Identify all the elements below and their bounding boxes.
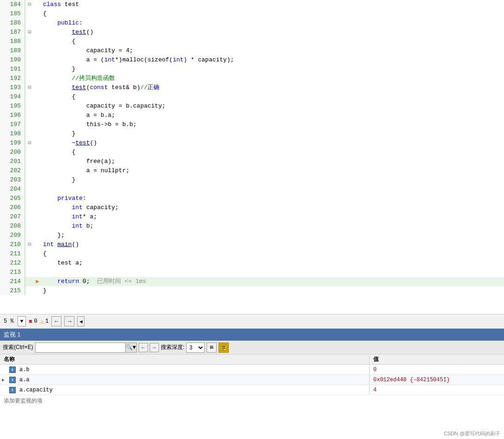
line-number-205: 205 (0, 194, 25, 203)
line-content-215: } (41, 286, 504, 295)
line-number-189: 189 (0, 46, 25, 55)
code-line-190: 190 a = (int*)malloc(sizeof(int) * capac… (0, 55, 504, 65)
line-number-199: 199 (0, 138, 25, 148)
line-number-204: 204 (0, 185, 25, 194)
code-line-188: 188 { (0, 37, 504, 46)
code-line-186: 186 public: (0, 18, 504, 28)
line-content-210: int main() (41, 240, 504, 249)
search-input[interactable] (36, 343, 125, 352)
svg-rect-3 (222, 349, 224, 350)
line-gutter-199[interactable]: ⊟ (25, 138, 34, 148)
code-line-212: 212 test a; (0, 259, 504, 268)
search-label: 搜索(Ctrl+E) (3, 343, 33, 351)
code-line-213: 213 (0, 268, 504, 277)
line-content-185: { (41, 9, 504, 18)
code-line-214: 214▶ return 0; 已用时间 <= 1ms (0, 277, 504, 286)
line-number-215: 215 (0, 286, 25, 295)
search-submit-btn[interactable]: 🔍▼ (125, 343, 136, 352)
line-content-191: } (41, 65, 504, 74)
line-content-214: return 0; 已用时间 <= 1ms (41, 277, 504, 286)
line-content-197: this->b = b.b; (41, 120, 504, 129)
error-icon: ✖ (29, 318, 32, 325)
code-line-187: 187⊟ test() (0, 28, 504, 37)
line-content-196: a = b.a; (41, 111, 504, 120)
code-line-204: 204 (0, 185, 504, 194)
code-line-215: 215} (0, 286, 504, 295)
watch-panel: 监视 1 搜索(Ctrl+E) 🔍▼ ← → 搜索深度: 3 1 2 4 5 ⊞ (0, 329, 504, 439)
watch-table: 名称 值 ia.b0▶ia.a0x012ed448 {-842150451}ia… (0, 355, 504, 439)
line-gutter-187[interactable]: ⊟ (25, 28, 34, 37)
line-content-192: //拷贝构造函数 (41, 74, 504, 83)
watch-row-value-0: 0 (370, 365, 504, 374)
watch-row-1[interactable]: ▶ia.a0x012ed448 {-842150451} (0, 375, 504, 385)
line-number-210: 210 (0, 240, 25, 249)
highlight-icon-btn[interactable] (219, 343, 229, 353)
line-content-205: private: (41, 194, 504, 203)
line-gutter-184[interactable]: ⊟ (25, 0, 34, 9)
code-line-193: 193⊟ test(const test& b)//正确 (0, 83, 504, 92)
code-line-209: 209 }; (0, 231, 504, 240)
search-input-container[interactable]: 🔍▼ (35, 343, 137, 353)
expand-icon-1[interactable]: ▶ (2, 377, 7, 383)
code-line-200: 200 { (0, 148, 504, 157)
line-number-209: 209 (0, 231, 25, 240)
watch-row-value-2: 4 (370, 385, 504, 395)
line-number-207: 207 (0, 212, 25, 222)
line-number-211: 211 (0, 249, 25, 259)
depth-select[interactable]: 3 1 2 4 5 (186, 343, 205, 353)
code-line-205: 205 private: (0, 194, 504, 203)
watch-row-2[interactable]: ia.capacity4 (0, 385, 504, 395)
code-editor: 184⊟class test185{186 public:187⊟ test()… (0, 0, 504, 314)
watch-row-name-text-0: a.b (19, 367, 30, 373)
line-number-191: 191 (0, 65, 25, 74)
warning-count: ⚠ 1 (40, 318, 49, 325)
filter-icon-btn[interactable]: ⊞ (206, 343, 217, 353)
line-arrow-214: ▶ (34, 277, 41, 286)
watch-panel-title: 监视 1 (4, 331, 21, 339)
nav-chevron-btn[interactable]: ◀ (77, 316, 85, 326)
line-number-202: 202 (0, 166, 25, 175)
code-line-195: 195 capacity = b.capacity; (0, 102, 504, 111)
nav-forward-btn[interactable]: → (64, 316, 74, 326)
watch-panel-header: 监视 1 (0, 329, 504, 341)
zoom-dropdown-btn[interactable]: ▼ (18, 316, 26, 326)
line-content-200: { (41, 148, 504, 157)
nav-back-btn[interactable]: ← (51, 316, 61, 326)
toolbar: 5 % ▼ ✖ 0 ⚠ 1 ← → ◀ (0, 314, 504, 329)
line-number-214: 214 (0, 277, 25, 286)
search-prev-btn[interactable]: ← (139, 343, 148, 352)
code-line-210: 210⊟int main() (0, 240, 504, 249)
line-number-206: 206 (0, 203, 25, 212)
col-name-header: 名称 (0, 355, 370, 363)
line-gutter-193[interactable]: ⊟ (25, 83, 34, 92)
line-number-198: 198 (0, 129, 25, 138)
watch-row-0[interactable]: ia.b0 (0, 365, 504, 375)
line-content-207: int* a; (41, 212, 504, 222)
line-number-187: 187 (0, 28, 25, 37)
line-content-199: ~test() (41, 138, 504, 148)
line-number-185: 185 (0, 9, 25, 18)
line-number-203: 203 (0, 175, 25, 185)
watch-row-name-1: ▶ia.a (0, 375, 370, 385)
line-content-189: capacity = 4; (41, 46, 504, 55)
line-number-197: 197 (0, 120, 25, 129)
line-number-213: 213 (0, 268, 25, 277)
line-number-212: 212 (0, 259, 25, 268)
watch-row-name-text-2: a.capacity (19, 387, 53, 393)
code-line-189: 189 capacity = 4; (0, 46, 504, 55)
col-value-header: 值 (370, 355, 504, 363)
watch-row-value-1: 0x012ed448 {-842150451} (370, 375, 504, 385)
line-gutter-210[interactable]: ⊟ (25, 240, 34, 249)
code-line-192: 192 //拷贝构造函数 (0, 74, 504, 83)
code-line-207: 207 int* a; (0, 212, 504, 222)
error-count: ✖ 0 (29, 318, 37, 325)
line-number-208: 208 (0, 222, 25, 231)
line-content-212: test a; (41, 259, 504, 268)
watch-row-name-2: ia.capacity (0, 385, 370, 395)
code-line-198: 198 } (0, 129, 504, 138)
search-next-btn[interactable]: → (150, 343, 159, 352)
line-content-195: capacity = b.capacity; (41, 102, 504, 111)
code-line-208: 208 int b; (0, 222, 504, 231)
line-number-195: 195 (0, 102, 25, 111)
zoom-control[interactable]: 5 % ▼ (4, 316, 26, 326)
